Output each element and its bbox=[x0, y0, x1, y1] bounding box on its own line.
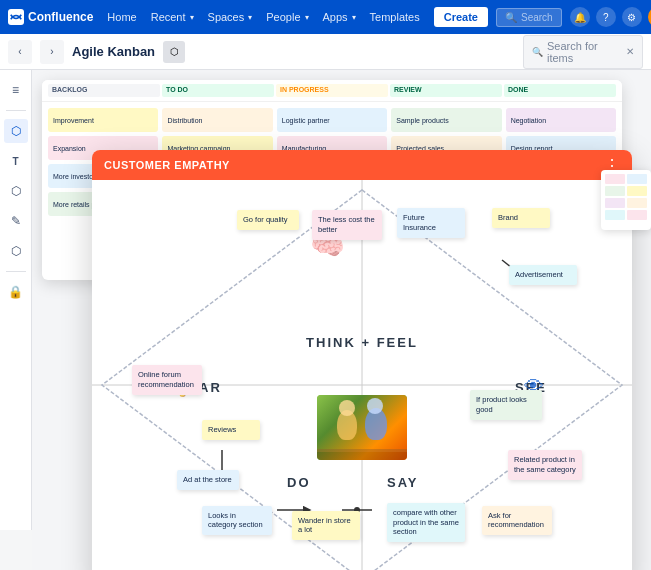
sticky-compare-product[interactable]: compare with other product in the same s… bbox=[387, 503, 465, 542]
mini-card bbox=[601, 170, 651, 230]
sticky-looks-category[interactable]: Looks in category section bbox=[202, 506, 272, 536]
sidebar-lock-icon[interactable]: 🔒 bbox=[4, 280, 28, 304]
sidebar-text-icon[interactable]: T bbox=[4, 149, 28, 173]
secondary-nav: ‹ › Agile Kanban ⬡ 🔍 Search for items ✕ bbox=[0, 34, 651, 70]
sticky-ask-recommendation[interactable]: Ask for recommendation bbox=[482, 506, 552, 536]
nav-recent[interactable]: Recent▾ bbox=[145, 7, 200, 27]
nav-home[interactable]: Home bbox=[101, 7, 142, 27]
kanban-card[interactable]: Logistic partner bbox=[277, 108, 387, 132]
sticky-reviews[interactable]: Reviews bbox=[202, 420, 260, 440]
search-icon: 🔍 bbox=[505, 12, 517, 23]
kanban-card[interactable]: Negotiation bbox=[506, 108, 616, 132]
center-shopping-image bbox=[317, 395, 407, 460]
sticky-ad-store[interactable]: Ad at the store bbox=[177, 470, 239, 490]
sticky-go-quality[interactable]: Go for quality bbox=[237, 210, 299, 230]
sticky-future-insurance[interactable]: Future Insurance bbox=[397, 208, 465, 238]
sticky-online-forum[interactable]: Online forum recommendation bbox=[132, 365, 202, 395]
app-container: Confluence Home Recent▾ Spaces▾ People▾ … bbox=[0, 0, 651, 570]
sticky-wander-store[interactable]: Wander in store a lot bbox=[292, 511, 360, 541]
nav-people[interactable]: People▾ bbox=[260, 7, 314, 27]
col-header-review: REVIEW bbox=[390, 84, 502, 97]
do-label: DO bbox=[287, 475, 311, 490]
settings-icon[interactable]: ⚙ bbox=[622, 7, 642, 27]
say-label: SAY bbox=[387, 475, 419, 490]
notification-icon[interactable]: 🔔 bbox=[570, 7, 590, 27]
kanban-header: BACKLOG TO DO IN PROGRESS REVIEW DONE bbox=[42, 80, 622, 102]
col-header-inprog: IN PROGRESS bbox=[276, 84, 388, 97]
main-content: BACKLOG TO DO IN PROGRESS REVIEW DONE Im… bbox=[32, 70, 651, 570]
nav-spaces[interactable]: Spaces▾ bbox=[202, 7, 259, 27]
col-header-backlog: BACKLOG bbox=[48, 84, 160, 97]
back-button[interactable]: ‹ bbox=[8, 40, 32, 64]
board-title: Agile Kanban bbox=[72, 44, 155, 59]
sticky-advertisement[interactable]: Advertisement bbox=[509, 265, 577, 285]
sidebar-board-icon[interactable]: ⬡ bbox=[4, 119, 28, 143]
nav-apps[interactable]: Apps▾ bbox=[317, 7, 362, 27]
forward-button[interactable]: › bbox=[40, 40, 64, 64]
search-small-icon: 🔍 bbox=[532, 47, 543, 57]
top-nav: Confluence Home Recent▾ Spaces▾ People▾ … bbox=[0, 0, 651, 34]
col-header-done: DONE bbox=[504, 84, 616, 97]
create-button[interactable]: Create bbox=[434, 7, 488, 27]
confluence-logo-icon bbox=[8, 9, 24, 25]
sticky-if-product[interactable]: If product looks good bbox=[470, 390, 542, 420]
item-search[interactable]: 🔍 Search for items ✕ bbox=[523, 35, 643, 69]
sidebar-divider-1 bbox=[6, 110, 26, 111]
help-icon[interactable]: ? bbox=[596, 7, 616, 27]
search-placeholder: Search bbox=[521, 12, 553, 23]
sidebar-menu-icon[interactable]: ≡ bbox=[4, 78, 28, 102]
sidebar-divider-2 bbox=[6, 271, 26, 272]
nav-items: Home Recent▾ Spaces▾ People▾ Apps▾ Templ… bbox=[101, 7, 425, 27]
sidebar-link-icon[interactable]: ⬡ bbox=[4, 239, 28, 263]
sticky-brand[interactable]: Brand bbox=[492, 208, 550, 228]
col-header-todo: TO DO bbox=[162, 84, 274, 97]
kanban-card[interactable]: Distribution bbox=[162, 108, 272, 132]
item-search-placeholder: Search for items bbox=[547, 40, 622, 64]
empathy-header: CUSTOMER EMPATHY ⋮ bbox=[92, 150, 632, 180]
think-feel-label: THINK + FEEL bbox=[306, 335, 418, 350]
empathy-title: CUSTOMER EMPATHY bbox=[104, 159, 230, 171]
kanban-card[interactable]: Sample products bbox=[391, 108, 501, 132]
sticky-less-cost[interactable]: The less cost the better bbox=[312, 210, 382, 240]
nav-templates[interactable]: Templates bbox=[364, 7, 426, 27]
search-clear-icon[interactable]: ✕ bbox=[626, 46, 634, 57]
left-sidebar: ≡ ⬡ T ⬡ ✎ ⬡ 🔒 bbox=[0, 70, 32, 530]
app-name: Confluence bbox=[28, 10, 93, 24]
nav-action-icons: 🔔 ? ⚙ U bbox=[570, 6, 651, 28]
search-bar[interactable]: 🔍 Search bbox=[496, 8, 562, 27]
kanban-card[interactable]: Improvement bbox=[48, 108, 158, 132]
sidebar-edit-icon[interactable]: ✎ bbox=[4, 209, 28, 233]
app-logo: Confluence bbox=[8, 9, 93, 25]
sticky-related-product[interactable]: Related product in the same category bbox=[508, 450, 582, 480]
empathy-body: THINK + FEEL HEAR SEE DO SAY 🧠 👁 👂 bbox=[92, 180, 632, 570]
empathy-map: CUSTOMER EMPATHY ⋮ bbox=[92, 150, 632, 570]
board-view-icon[interactable]: ⬡ bbox=[163, 41, 185, 63]
sidebar-shapes-icon[interactable]: ⬡ bbox=[4, 179, 28, 203]
